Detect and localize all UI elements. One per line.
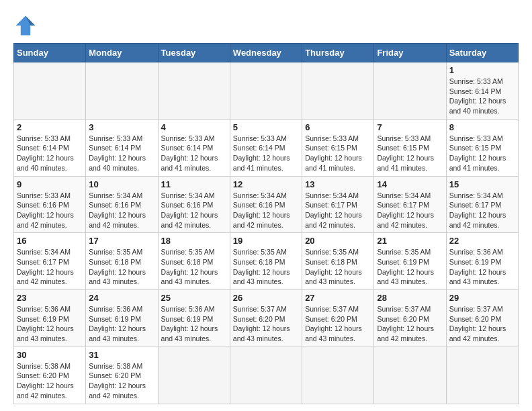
day-number: 8 [449,122,515,132]
calendar-cell: 25Sunrise: 5:36 AM Sunset: 6:19 PM Dayli… [158,290,230,347]
calendar-cell: 17Sunrise: 5:35 AM Sunset: 6:18 PM Dayli… [86,233,158,290]
calendar-cell: 8Sunrise: 5:33 AM Sunset: 6:15 PM Daylig… [446,119,518,176]
calendar-cell: 6Sunrise: 5:33 AM Sunset: 6:15 PM Daylig… [302,119,374,176]
day-number: 16 [17,236,83,246]
day-number: 17 [89,236,154,246]
day-info: Sunrise: 5:37 AM Sunset: 6:20 PM Dayligh… [449,304,515,344]
day-info: Sunrise: 5:33 AM Sunset: 6:14 PM Dayligh… [449,77,515,116]
day-info: Sunrise: 5:38 AM Sunset: 6:20 PM Dayligh… [89,361,154,401]
calendar-cell [230,62,302,120]
calendar-cell [14,62,86,120]
day-number: 25 [161,293,227,303]
day-number: 4 [161,122,227,132]
day-info: Sunrise: 5:34 AM Sunset: 6:16 PM Dayligh… [89,191,154,230]
day-info: Sunrise: 5:37 AM Sunset: 6:20 PM Dayligh… [233,304,299,344]
day-number: 22 [449,236,515,246]
calendar-cell [86,62,158,120]
day-number: 23 [17,293,83,303]
day-info: Sunrise: 5:35 AM Sunset: 6:19 PM Dayligh… [377,247,443,287]
day-info: Sunrise: 5:36 AM Sunset: 6:19 PM Dayligh… [17,304,83,344]
calendar-cell: 29Sunrise: 5:37 AM Sunset: 6:20 PM Dayli… [446,290,518,347]
calendar-cell: 7Sunrise: 5:33 AM Sunset: 6:15 PM Daylig… [374,119,446,176]
calendar-cell [446,347,518,404]
calendar-cell [230,347,302,404]
calendar-cell: 20Sunrise: 5:35 AM Sunset: 6:18 PM Dayli… [302,233,374,290]
day-number: 12 [233,179,299,189]
day-header-wednesday: Wednesday [230,44,302,62]
calendar-week-3: 9Sunrise: 5:33 AM Sunset: 6:16 PM Daylig… [14,176,519,233]
day-info: Sunrise: 5:36 AM Sunset: 6:19 PM Dayligh… [161,304,227,344]
calendar-cell: 30Sunrise: 5:38 AM Sunset: 6:20 PM Dayli… [14,347,86,404]
header [13,13,519,38]
day-header-friday: Friday [374,44,446,62]
calendar-cell: 13Sunrise: 5:34 AM Sunset: 6:17 PM Dayli… [302,176,374,233]
day-header-monday: Monday [86,44,158,62]
day-info: Sunrise: 5:33 AM Sunset: 6:14 PM Dayligh… [233,134,299,173]
calendar-cell: 11Sunrise: 5:34 AM Sunset: 6:16 PM Dayli… [158,176,230,233]
day-number: 15 [449,179,515,189]
day-info: Sunrise: 5:33 AM Sunset: 6:14 PM Dayligh… [89,134,154,173]
day-info: Sunrise: 5:37 AM Sunset: 6:20 PM Dayligh… [305,304,371,344]
day-info: Sunrise: 5:34 AM Sunset: 6:16 PM Dayligh… [161,191,227,230]
calendar-cell: 27Sunrise: 5:37 AM Sunset: 6:20 PM Dayli… [302,290,374,347]
day-header-tuesday: Tuesday [158,44,230,62]
day-header-sunday: Sunday [14,44,86,62]
calendar-cell [302,62,374,120]
day-info: Sunrise: 5:34 AM Sunset: 6:16 PM Dayligh… [233,191,299,230]
calendar-cell: 12Sunrise: 5:34 AM Sunset: 6:16 PM Dayli… [230,176,302,233]
day-number: 7 [377,122,443,132]
logo [13,13,40,38]
day-header-thursday: Thursday [302,44,374,62]
day-number: 2 [17,122,83,132]
calendar-cell: 19Sunrise: 5:35 AM Sunset: 6:18 PM Dayli… [230,233,302,290]
day-number: 21 [377,236,443,246]
calendar-cell [158,62,230,120]
day-number: 20 [305,236,371,246]
day-info: Sunrise: 5:33 AM Sunset: 6:14 PM Dayligh… [17,134,83,173]
day-info: Sunrise: 5:35 AM Sunset: 6:18 PM Dayligh… [161,247,227,287]
day-number: 10 [89,179,154,189]
day-number: 31 [89,350,154,360]
day-number: 11 [161,179,227,189]
day-info: Sunrise: 5:36 AM Sunset: 6:19 PM Dayligh… [89,304,154,344]
day-number: 26 [233,293,299,303]
calendar-cell: 16Sunrise: 5:34 AM Sunset: 6:17 PM Dayli… [14,233,86,290]
calendar-week-2: 2Sunrise: 5:33 AM Sunset: 6:14 PM Daylig… [14,119,519,176]
calendar-cell: 23Sunrise: 5:36 AM Sunset: 6:19 PM Dayli… [14,290,86,347]
day-number: 5 [233,122,299,132]
calendar-cell: 31Sunrise: 5:38 AM Sunset: 6:20 PM Dayli… [86,347,158,404]
calendar-cell: 14Sunrise: 5:34 AM Sunset: 6:17 PM Dayli… [374,176,446,233]
day-info: Sunrise: 5:34 AM Sunset: 6:17 PM Dayligh… [449,191,515,230]
day-info: Sunrise: 5:34 AM Sunset: 6:17 PM Dayligh… [377,191,443,230]
calendar-week-4: 16Sunrise: 5:34 AM Sunset: 6:17 PM Dayli… [14,233,519,290]
calendar-table: SundayMondayTuesdayWednesdayThursdayFrid… [13,43,519,404]
day-info: Sunrise: 5:33 AM Sunset: 6:15 PM Dayligh… [449,134,515,173]
calendar-cell: 21Sunrise: 5:35 AM Sunset: 6:19 PM Dayli… [374,233,446,290]
calendar-body: 1Sunrise: 5:33 AM Sunset: 6:14 PM Daylig… [14,62,519,404]
day-number: 1 [449,65,515,75]
day-header-saturday: Saturday [446,44,518,62]
day-number: 29 [449,293,515,303]
calendar-cell: 4Sunrise: 5:33 AM Sunset: 6:14 PM Daylig… [158,119,230,176]
day-info: Sunrise: 5:33 AM Sunset: 6:15 PM Dayligh… [305,134,371,173]
calendar-cell: 2Sunrise: 5:33 AM Sunset: 6:14 PM Daylig… [14,119,86,176]
calendar-week-1: 1Sunrise: 5:33 AM Sunset: 6:14 PM Daylig… [14,62,519,120]
calendar-cell: 10Sunrise: 5:34 AM Sunset: 6:16 PM Dayli… [86,176,158,233]
day-info: Sunrise: 5:33 AM Sunset: 6:16 PM Dayligh… [17,191,83,230]
calendar-cell: 26Sunrise: 5:37 AM Sunset: 6:20 PM Dayli… [230,290,302,347]
day-number: 19 [233,236,299,246]
day-number: 30 [17,350,83,360]
calendar-cell [374,62,446,120]
day-number: 6 [305,122,371,132]
day-number: 3 [89,122,154,132]
day-info: Sunrise: 5:33 AM Sunset: 6:15 PM Dayligh… [377,134,443,173]
calendar-cell: 15Sunrise: 5:34 AM Sunset: 6:17 PM Dayli… [446,176,518,233]
day-number: 24 [89,293,154,303]
calendar-cell [374,347,446,404]
calendar-header-row: SundayMondayTuesdayWednesdayThursdayFrid… [14,44,519,62]
calendar-cell: 22Sunrise: 5:36 AM Sunset: 6:19 PM Dayli… [446,233,518,290]
day-info: Sunrise: 5:38 AM Sunset: 6:20 PM Dayligh… [17,361,83,401]
calendar-cell: 5Sunrise: 5:33 AM Sunset: 6:14 PM Daylig… [230,119,302,176]
day-number: 27 [305,293,371,303]
calendar-cell: 28Sunrise: 5:37 AM Sunset: 6:20 PM Dayli… [374,290,446,347]
